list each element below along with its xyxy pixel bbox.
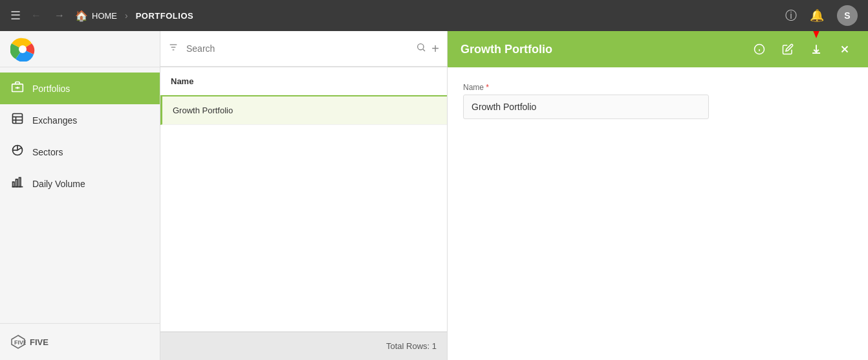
svg-point-1 <box>19 45 27 53</box>
daily-volume-label: Daily Volume <box>32 179 85 189</box>
list-footer: Total Rows: 1 <box>160 332 447 360</box>
sidebar: Portfolios Exchanges <box>0 31 160 360</box>
svg-rect-11 <box>16 179 18 187</box>
list-content: Growth Portfolio <box>160 96 447 332</box>
filter-icon <box>168 42 179 55</box>
sidebar-item-exchanges[interactable]: Exchanges <box>0 104 160 136</box>
home-icon: 🏠 <box>75 10 88 22</box>
detail-content: Name * <box>448 67 868 360</box>
sidebar-item-sectors[interactable]: Sectors <box>0 136 160 168</box>
portfolios-icon <box>10 80 25 96</box>
detail-title: Growth Portfolio <box>461 43 741 56</box>
download-button[interactable] <box>806 39 827 60</box>
current-page-label: PORTFOLIOS <box>136 11 194 21</box>
daily-volume-icon <box>10 175 25 192</box>
five-brand: FIVE FIVE <box>10 334 49 350</box>
top-nav: ☰ ← → 🏠 HOME › PORTFOLIOS ⓘ 🔔 S <box>0 0 868 31</box>
nav-right-actions: ⓘ 🔔 S <box>785 5 858 26</box>
sectors-icon <box>10 144 25 160</box>
list-toolbar: + <box>160 31 447 67</box>
list-item[interactable]: Growth Portfolio <box>160 96 447 125</box>
home-nav[interactable]: 🏠 HOME <box>75 10 117 22</box>
svg-rect-10 <box>13 182 15 187</box>
sectors-label: Sectors <box>32 147 63 157</box>
detail-panel: Growth Portfolio <box>448 31 868 360</box>
home-label: HOME <box>92 11 117 21</box>
user-avatar[interactable]: S <box>837 5 858 26</box>
search-button[interactable] <box>416 42 426 55</box>
back-button[interactable]: ← <box>28 7 44 24</box>
sidebar-footer: FIVE FIVE <box>0 323 160 360</box>
edit-button[interactable] <box>777 39 798 60</box>
sidebar-item-daily-volume[interactable]: Daily Volume <box>0 168 160 199</box>
app-logo <box>10 37 35 62</box>
forward-button[interactable]: → <box>52 7 67 24</box>
svg-point-19 <box>418 44 424 50</box>
sidebar-item-portfolios[interactable]: Portfolios <box>0 73 160 104</box>
add-button[interactable]: + <box>431 41 439 56</box>
sidebar-logo <box>0 31 160 67</box>
five-text: FIVE <box>30 337 49 347</box>
help-icon[interactable]: ⓘ <box>785 8 797 23</box>
name-input[interactable] <box>463 95 709 119</box>
breadcrumb-separator: › <box>125 10 128 21</box>
name-label: Name * <box>463 83 852 92</box>
portfolios-label: Portfolios <box>32 84 70 94</box>
svg-rect-12 <box>19 177 21 186</box>
close-button[interactable] <box>834 39 855 60</box>
sidebar-nav: Portfolios Exchanges <box>0 67 160 323</box>
list-panel: + Name Growth Portfolio Total Rows: 1 <box>160 31 448 360</box>
list-column-header: Name <box>160 67 447 96</box>
search-input[interactable] <box>184 41 411 56</box>
info-button[interactable] <box>749 39 770 60</box>
notification-icon[interactable]: 🔔 <box>810 8 824 23</box>
name-form-group: Name * <box>463 83 852 119</box>
svg-marker-25 <box>812 31 820 38</box>
main-layout: Portfolios Exchanges <box>0 31 868 360</box>
exchanges-icon <box>10 112 25 128</box>
menu-icon[interactable]: ☰ <box>10 8 21 23</box>
svg-rect-5 <box>13 114 23 124</box>
svg-text:FIVE: FIVE <box>14 339 26 346</box>
five-logo-icon: FIVE <box>10 334 26 350</box>
svg-line-20 <box>423 49 425 51</box>
detail-header: Growth Portfolio <box>448 31 868 67</box>
exchanges-label: Exchanges <box>32 115 77 126</box>
total-rows-label: Total Rows: 1 <box>386 341 437 351</box>
